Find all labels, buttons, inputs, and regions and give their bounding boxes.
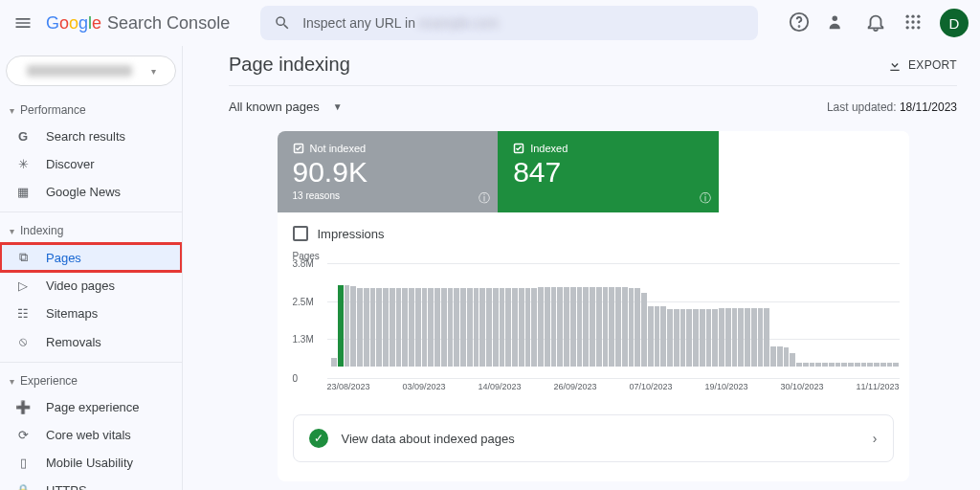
chart-bar[interactable] [810, 363, 815, 367]
chart-bar[interactable] [376, 288, 382, 367]
chart-bar[interactable] [700, 309, 705, 367]
chart-bar[interactable] [629, 288, 635, 367]
nav-discover[interactable]: ✳Discover [0, 150, 182, 178]
chart-bar[interactable] [370, 288, 376, 367]
help-icon[interactable]: ⓘ [700, 190, 711, 207]
chart-bar[interactable] [861, 363, 867, 367]
chart-bar[interactable] [500, 288, 505, 367]
chart-bar[interactable] [655, 306, 660, 367]
chart-bar[interactable] [525, 288, 531, 367]
chart-bar[interactable] [564, 287, 569, 367]
chart-bar[interactable] [764, 308, 769, 367]
chart-bar[interactable] [822, 363, 828, 367]
nav-core-web-vitals[interactable]: ⟳Core web vitals [0, 421, 182, 449]
filter-dropdown[interactable]: All known pages▼ [229, 100, 343, 114]
chart-bar[interactable] [545, 287, 550, 367]
chart-bar[interactable] [751, 308, 757, 367]
chart-bar[interactable] [590, 287, 595, 367]
chart-bar[interactable] [331, 358, 337, 367]
notifications-icon[interactable] [865, 11, 886, 35]
chart-bar[interactable] [448, 288, 454, 367]
chart-bar[interactable] [745, 308, 750, 367]
chart-bar[interactable] [428, 288, 434, 367]
chart-bar[interactable] [829, 363, 835, 367]
chart-bar[interactable] [383, 288, 389, 367]
chart-bar[interactable] [880, 363, 886, 367]
nav-video-pages[interactable]: ▷Video pages [0, 272, 182, 300]
chart-bar[interactable] [454, 288, 459, 367]
chart-bar[interactable] [706, 309, 712, 367]
nav-search-results[interactable]: GSearch results [0, 122, 182, 150]
chart-bar[interactable] [648, 306, 654, 367]
chart-bar[interactable] [867, 363, 873, 367]
chart-bar[interactable] [725, 308, 731, 367]
chart-bar[interactable] [474, 288, 479, 367]
impressions-toggle[interactable]: Impressions [278, 212, 909, 251]
chart-bar[interactable] [693, 309, 699, 367]
chart-bar[interactable] [486, 288, 492, 367]
chart-bar[interactable] [732, 308, 738, 367]
export-button[interactable]: EXPORT [887, 57, 957, 73]
chart-bar[interactable] [777, 346, 783, 367]
chart-bar[interactable] [893, 363, 899, 367]
tile-not-indexed[interactable]: Not indexed 90.9K 13 reasons ⓘ [278, 131, 499, 212]
chart-bar[interactable] [357, 288, 363, 367]
nav-mobile-usability[interactable]: ▯Mobile Usability [0, 449, 182, 477]
property-selector[interactable]: ▾ [6, 56, 176, 86]
chart-bar[interactable] [338, 285, 344, 367]
avatar[interactable]: D [940, 9, 969, 37]
chart-bar[interactable] [460, 288, 466, 367]
chart-bar[interactable] [815, 363, 821, 367]
chart-bar[interactable] [512, 288, 518, 367]
chart-bar[interactable] [345, 285, 350, 367]
chart-bar[interactable] [738, 308, 744, 367]
chart-bar[interactable] [719, 308, 724, 367]
chart-bar[interactable] [551, 287, 557, 367]
apps-icon[interactable] [903, 12, 923, 34]
chart-bar[interactable] [467, 288, 473, 367]
users-icon[interactable] [827, 11, 848, 35]
nav-page-experience[interactable]: ➕Page experience [0, 393, 182, 421]
chart-bar[interactable] [538, 287, 544, 367]
chart-bar[interactable] [603, 287, 609, 367]
logo[interactable]: Google Search Console [46, 13, 230, 33]
nav-pages[interactable]: ⧉Pages [0, 243, 182, 272]
chart-bar[interactable] [615, 287, 621, 367]
chart-bar[interactable] [409, 288, 414, 367]
chart-bar[interactable] [796, 363, 802, 367]
help-icon[interactable] [789, 11, 810, 35]
chart-bar[interactable] [660, 306, 666, 367]
chart-bar[interactable] [674, 309, 679, 367]
chart-bar[interactable] [557, 287, 563, 367]
chart-bar[interactable] [680, 309, 686, 367]
chart-bar[interactable] [390, 288, 395, 367]
chart-bar[interactable] [479, 288, 485, 367]
section-experience[interactable]: ▾Experience [0, 368, 182, 393]
chart-bar[interactable] [887, 363, 893, 367]
chart-bar[interactable] [841, 363, 847, 367]
chart-bar[interactable] [570, 287, 576, 367]
chart-bar[interactable] [835, 363, 841, 367]
tile-indexed[interactable]: Indexed 847 ⓘ [498, 131, 719, 212]
section-performance[interactable]: ▾Performance [0, 98, 182, 122]
nav-removals[interactable]: ⦸Removals [0, 327, 182, 356]
nav-https[interactable]: 🔒HTTPS [0, 477, 182, 490]
chart-bar[interactable] [505, 288, 511, 367]
chart-bar[interactable] [784, 347, 790, 367]
chart-bar[interactable] [434, 288, 440, 367]
chart-bar[interactable] [531, 288, 537, 367]
chart-bar[interactable] [609, 287, 614, 367]
nav-google-news[interactable]: ▦Google News [0, 178, 182, 206]
chart-bar[interactable] [667, 309, 673, 367]
chart-bar[interactable] [441, 288, 447, 367]
chart-bar[interactable] [686, 309, 692, 367]
chart-bar[interactable] [577, 287, 583, 367]
chart-bar[interactable] [790, 353, 795, 367]
chart-bar[interactable] [803, 363, 809, 367]
view-indexed-pages-link[interactable]: ✓ View data about indexed pages › [293, 414, 894, 462]
chart-bar[interactable] [402, 288, 408, 367]
chart-bar[interactable] [396, 288, 402, 367]
help-icon[interactable]: ⓘ [479, 190, 490, 207]
chart-bar[interactable] [422, 288, 428, 367]
chart-bar[interactable] [519, 288, 524, 367]
